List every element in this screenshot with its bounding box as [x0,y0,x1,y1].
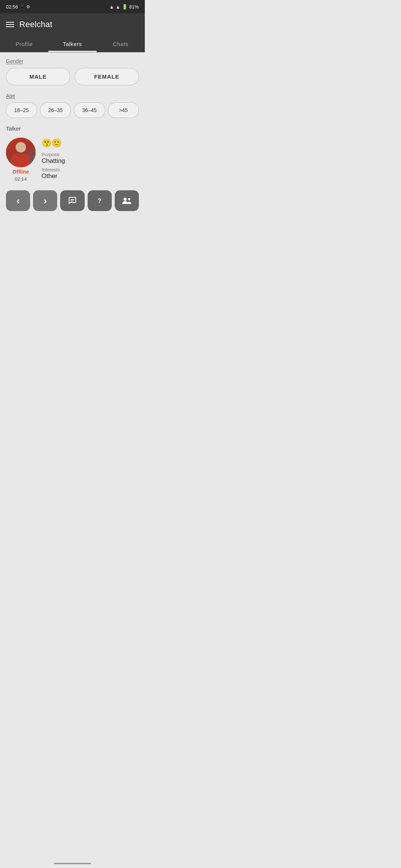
interests-value: Other [42,172,139,180]
tab-talkers[interactable]: Talkers [48,36,97,52]
wifi-icon: ▲ [109,4,114,10]
talker-section: Talker Offline 02:14 😗🙂 Purpose Chatting [6,125,139,184]
tab-profile[interactable]: Profile [0,36,48,52]
avatar-head [16,142,26,152]
talker-status: Offline [13,169,29,175]
notification-icon: 📱 [20,4,25,9]
battery-icon: 🔋 [122,4,128,10]
age-18-25-button[interactable]: 18–25 [6,102,37,118]
signal-icon: ▲ [115,4,120,10]
talker-label: Talker [6,125,139,132]
action-row: ‹ › ? [6,190,139,216]
purpose-value: Chatting [42,157,139,165]
settings-icon: ⚙ [26,4,30,9]
talker-info: 😗🙂 Purpose Chatting Interests Other [42,138,139,182]
prev-button[interactable]: ‹ [6,190,30,211]
interests-row: Interests Other [42,167,139,180]
question-button[interactable]: ? [88,190,112,211]
add-friend-button[interactable] [115,190,139,211]
age-row: 18–25 26–35 36–45 >45 [6,102,139,118]
gender-female-button[interactable]: FEMALE [75,68,139,85]
svg-point-6 [128,198,130,200]
talker-avatar [6,138,36,167]
avatar-figure [6,138,36,167]
status-bar: 02:56 📱 ⚙ ▲ ▲ 🔋 81% [0,0,145,13]
app-bar: Reelchat [0,13,145,36]
menu-button[interactable] [6,22,14,27]
tab-chats[interactable]: Chats [97,36,145,52]
gender-section: Gender MALE FEMALE [6,58,139,85]
svg-rect-1 [71,201,73,201]
status-time: 02:56 [6,4,18,10]
app-title: Reelchat [19,20,52,29]
purpose-label: Purpose [42,152,139,157]
age-26-35-button[interactable]: 26–35 [40,102,71,118]
interests-label: Interests [42,167,139,172]
talker-emojis: 😗🙂 [42,138,139,148]
svg-text:?: ? [98,198,101,204]
gender-male-button[interactable]: MALE [6,68,70,85]
battery-percent: 81% [129,4,139,10]
chat-icon [68,196,77,205]
add-friend-icon [122,197,131,205]
svg-point-5 [124,198,127,201]
chat-button[interactable] [60,190,84,211]
age-label: Age [6,93,139,99]
gender-row: MALE FEMALE [6,68,139,85]
age-gt-45-button[interactable]: >45 [108,102,139,118]
svg-rect-0 [71,199,74,200]
question-icon: ? [95,196,104,205]
talker-card: Offline 02:14 😗🙂 Purpose Chatting Intere… [6,135,139,184]
age-36-45-button[interactable]: 36–45 [74,102,105,118]
next-button[interactable]: › [33,190,57,211]
purpose-row: Purpose Chatting [42,152,139,165]
talker-avatar-wrap: Offline 02:14 [6,138,36,182]
avatar-body [12,154,30,167]
age-section: Age 18–25 26–35 36–45 >45 [6,93,139,118]
main-content: Gender MALE FEMALE Age 18–25 26–35 36–45… [0,52,145,216]
gender-label: Gender [6,58,139,64]
tab-bar: Profile Talkers Chats [0,36,145,52]
talker-last-seen: 02:14 [15,176,27,182]
